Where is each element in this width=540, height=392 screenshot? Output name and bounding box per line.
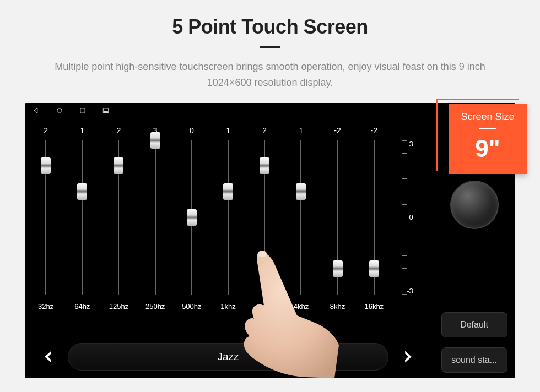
back-icon[interactable] [33, 107, 40, 115]
recent-icon[interactable] [79, 107, 87, 115]
eq-slider-handle[interactable] [369, 260, 379, 277]
sound-stage-button-label: sound sta... [451, 355, 497, 365]
title-divider [260, 46, 280, 48]
preset-next-button[interactable] [398, 347, 418, 367]
eq-band-9: -216khz [358, 124, 391, 317]
eq-slider[interactable] [82, 140, 83, 295]
eq-slider-handle[interactable] [296, 183, 306, 200]
preset-row: Jazz [38, 343, 418, 371]
eq-slider-handle[interactable] [114, 157, 123, 174]
default-button-label: Default [460, 320, 488, 330]
preset-name-label: Jazz [217, 351, 239, 363]
svg-rect-1 [80, 108, 85, 113]
preset-name-button[interactable]: Jazz [68, 343, 388, 371]
default-button[interactable]: Default [441, 312, 507, 337]
eq-band-0: 232hz [29, 124, 62, 317]
eq-value-label: 1 [299, 124, 304, 137]
eq-slider-handle[interactable] [187, 209, 197, 226]
eq-band-3: 3250hz [139, 124, 172, 317]
balance-dial[interactable] [450, 181, 499, 229]
eq-slider[interactable] [374, 140, 375, 295]
eq-slider-handle[interactable] [41, 157, 51, 174]
eq-freq-label: 125hz [109, 302, 128, 313]
eq-band-8: -28khz [321, 124, 354, 317]
eq-value-label: 2 [117, 124, 121, 137]
eq-value-label: 2 [44, 124, 48, 137]
eq-slider[interactable] [155, 140, 156, 295]
eq-slider-handle[interactable] [77, 183, 87, 200]
eq-value-label: -2 [334, 124, 341, 137]
eq-band-7: 14khz [284, 124, 317, 317]
eq-freq-label: 32hz [38, 302, 53, 313]
eq-slider[interactable] [337, 140, 338, 295]
eq-value-label: 1 [80, 124, 84, 137]
page-title: 5 Point Touch Screen [0, 15, 540, 39]
eq-slider[interactable] [300, 140, 301, 295]
eq-scale-label: -3 [407, 287, 413, 295]
picture-icon[interactable] [102, 107, 110, 115]
eq-scale-label: 3 [409, 140, 413, 148]
home-icon[interactable] [56, 107, 63, 115]
callout-label: Screen Size [449, 111, 527, 123]
eq-freq-label: 16khz [364, 302, 384, 313]
eq-band-6: 22khz [248, 124, 281, 317]
page-subtitle: Multiple point high-sensitive touchscree… [44, 59, 496, 91]
eq-band-1: 164hz [66, 124, 99, 317]
eq-freq-label: 2khz [257, 302, 272, 313]
eq-band-4: 0500hz [175, 124, 208, 317]
eq-slider[interactable] [191, 140, 192, 295]
eq-slider-handle[interactable] [260, 157, 269, 174]
equalizer-panel: 232hz164hz2125hz3250hz0500hz11khz22khz14… [25, 118, 431, 378]
eq-freq-label: 1khz [220, 302, 235, 313]
eq-freq-label: 4khz [294, 302, 309, 313]
eq-value-label: 2 [262, 124, 267, 137]
preset-prev-button[interactable] [38, 347, 58, 367]
sound-stage-button[interactable]: sound sta... [441, 347, 507, 373]
svg-point-0 [57, 108, 62, 113]
eq-slider[interactable] [228, 140, 229, 295]
eq-value-label: -2 [371, 124, 377, 137]
eq-band-5: 11khz [212, 124, 245, 317]
callout-value: 9" [449, 135, 527, 162]
screen-size-callout: Screen Size 9" [436, 99, 519, 171]
eq-value-label: 1 [226, 124, 230, 137]
eq-slider-handle[interactable] [333, 260, 343, 277]
eq-band-2: 2125hz [102, 124, 135, 317]
eq-value-label: 0 [190, 124, 194, 137]
eq-slider[interactable] [45, 140, 46, 295]
eq-scale-label: 0 [409, 214, 413, 221]
callout-divider [479, 128, 496, 129]
eq-freq-label: 64hz [74, 302, 90, 313]
eq-freq-label: 250hz [145, 302, 165, 313]
eq-slider-handle[interactable] [223, 183, 233, 200]
eq-slider[interactable] [118, 140, 119, 295]
eq-slider-handle[interactable] [150, 132, 160, 149]
eq-freq-label: 500hz [182, 302, 201, 313]
eq-freq-label: 8khz [330, 302, 345, 313]
eq-slider[interactable] [264, 140, 265, 295]
eq-scale: 30-3 [394, 124, 427, 317]
